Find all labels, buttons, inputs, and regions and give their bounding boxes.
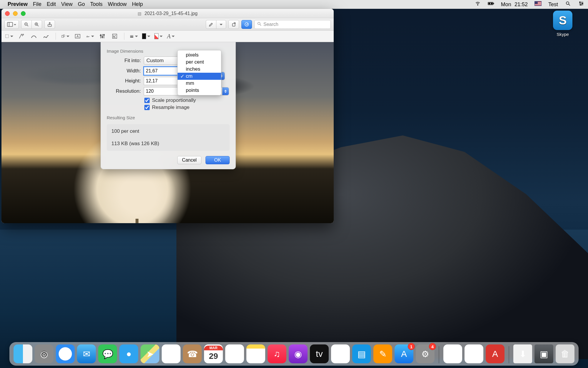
window-minimize[interactable] (13, 11, 18, 16)
desktop-icon-skype[interactable]: S Skype (550, 11, 576, 37)
dock-launchpad[interactable]: ◎ (35, 344, 54, 363)
control-center-icon[interactable] (578, 1, 584, 6)
dock-chat[interactable]: ● (119, 344, 138, 363)
line-style-button[interactable] (130, 32, 138, 40)
menu-file[interactable]: File (33, 1, 41, 7)
dock-photos[interactable]: ✿ (162, 344, 181, 363)
svg-line-23 (37, 25, 39, 26)
sidebar-view-button[interactable] (4, 20, 19, 29)
separator (124, 33, 124, 40)
image-canvas[interactable]: Image Dimensions Fit into: Custom Width: (1, 42, 334, 223)
window-close[interactable] (5, 11, 10, 16)
dock-contacts[interactable]: ☎︎ (183, 344, 202, 363)
dock-chrome[interactable]: ◯ (443, 344, 462, 363)
app-menu[interactable]: Preview (8, 1, 28, 7)
dock-safari[interactable]: ✳︎ (56, 344, 75, 363)
ok-button[interactable]: OK (206, 156, 230, 164)
svg-line-30 (260, 24, 261, 26)
selection-tool-button[interactable] (5, 32, 13, 40)
dock-downloads[interactable]: ⬇︎ (513, 344, 532, 363)
dock-keynote[interactable]: ▤ (352, 344, 371, 363)
resample-checkbox[interactable] (144, 105, 150, 110)
spotlight-icon[interactable] (565, 1, 571, 6)
titlebar[interactable]: ▧ 2021-03-29_15-45-41.jpg (1, 9, 334, 18)
clock-day[interactable]: Mon (501, 1, 511, 8)
dock-podcasts[interactable]: ◉ (289, 344, 308, 363)
dock-reminders[interactable]: ☑︎ (225, 344, 244, 363)
zoom-in-button[interactable] (31, 20, 42, 29)
section-label: Resulting Size (107, 115, 230, 120)
shapes-button[interactable] (61, 32, 69, 40)
clock-time[interactable]: 21:52 (514, 1, 528, 8)
desktop-icon-label: Skype (550, 32, 576, 37)
share-button[interactable] (44, 20, 55, 29)
unit-option-pixels[interactable]: pixels (178, 52, 221, 59)
rotate-button[interactable] (228, 20, 239, 29)
menu-view[interactable]: View (61, 1, 73, 7)
instant-alpha-button[interactable] (17, 32, 26, 40)
menu-window[interactable]: Window (108, 1, 127, 7)
unit-option-points[interactable]: points (178, 87, 221, 94)
unit-option-mm[interactable]: mm (178, 80, 221, 87)
draw-button[interactable] (42, 32, 50, 40)
sketch-button[interactable] (30, 32, 38, 40)
dock-appstore[interactable]: A 1 (395, 344, 413, 363)
unit-option-cm[interactable]: cm (178, 73, 221, 80)
menu-go[interactable]: Go (78, 1, 85, 7)
menu-tools[interactable]: Tools (90, 1, 103, 7)
dock-notes[interactable] (246, 344, 265, 363)
dock-tv[interactable]: tv (310, 344, 329, 363)
zoom-out-button[interactable] (21, 20, 31, 29)
dock-stack[interactable]: ▣ (534, 344, 553, 363)
height-field[interactable] (144, 77, 179, 85)
highlight-button[interactable] (206, 20, 216, 29)
scale-proportionally-checkbox[interactable] (144, 98, 150, 103)
result-filesize: 113 KB (was 126 KB) (111, 141, 225, 147)
svg-point-16 (580, 4, 581, 5)
text-style-button[interactable]: A (167, 32, 175, 40)
dock-messages[interactable]: 💬 (98, 344, 117, 363)
wifi-icon[interactable] (475, 1, 481, 6)
svg-point-29 (258, 22, 260, 24)
unit-option-inches[interactable]: inches (178, 66, 221, 73)
markup-toggle-button[interactable] (241, 20, 252, 29)
dock-maps[interactable]: ➤ (141, 344, 159, 363)
svg-point-41 (102, 37, 103, 38)
battery-icon[interactable] (488, 1, 494, 6)
dock-acrobat[interactable]: A (486, 344, 505, 363)
dock-music[interactable]: ♫ (268, 344, 286, 363)
window-title: ▧ 2021-03-29_15-45-41.jpg (1, 11, 334, 16)
dock-trash[interactable]: 🗑 (556, 344, 574, 363)
width-field[interactable] (144, 67, 179, 75)
sign-button[interactable] (86, 32, 94, 40)
resolution-label: Resolution: (107, 88, 141, 94)
dock-numbers[interactable]: ▥ (331, 344, 350, 363)
cancel-button[interactable]: Cancel (177, 156, 201, 164)
menu-help[interactable]: Help (132, 1, 143, 7)
dock-mail[interactable]: ✉︎ (77, 344, 96, 363)
window-zoom[interactable] (21, 11, 26, 16)
svg-line-20 (27, 25, 28, 26)
adjust-color-button[interactable] (98, 32, 106, 40)
border-color-button[interactable] (142, 32, 150, 40)
dock-system-preferences[interactable]: ⚙︎ 4 (416, 344, 435, 363)
dock-calendar[interactable]: MAR 29 (204, 344, 223, 363)
unit-option-percent[interactable]: per cent (178, 59, 221, 66)
result-percent: 100 per cent (111, 128, 225, 134)
fill-color-button[interactable] (154, 32, 163, 40)
input-source-icon[interactable] (534, 1, 542, 6)
adjust-size-button[interactable] (111, 32, 119, 40)
highlight-menu-button[interactable] (216, 20, 226, 29)
text-button[interactable]: A (74, 32, 82, 40)
svg-rect-27 (233, 24, 235, 26)
search-field[interactable]: Search (254, 20, 331, 29)
dock-pages[interactable]: ✎ (373, 344, 392, 363)
svg-point-28 (245, 23, 248, 26)
resolution-field[interactable] (144, 87, 179, 95)
fit-into-label: Fit into: (107, 58, 141, 64)
dock-finder[interactable] (14, 344, 32, 363)
dock-mail-client[interactable]: ✉︎ (465, 344, 483, 363)
sysprefs-badge: 4 (429, 343, 436, 350)
user-menu[interactable]: Test (548, 1, 558, 8)
menu-edit[interactable]: Edit (47, 1, 56, 7)
